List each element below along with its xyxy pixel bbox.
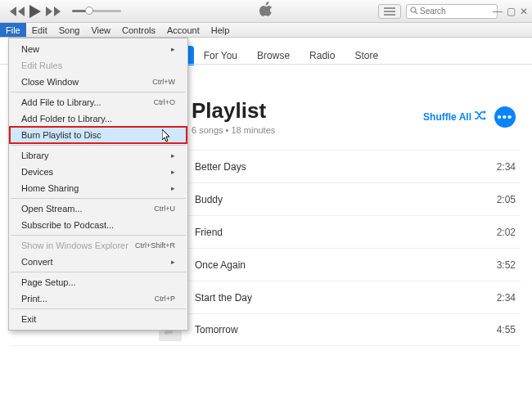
menu-item-exit[interactable]: Exit <box>10 311 187 327</box>
menu-item-subscribe-to-podcast[interactable]: Subscribe to Podcast... <box>10 217 187 233</box>
menu-item-shortcut: Ctrl+O <box>154 98 175 106</box>
menu-item-label: Library <box>21 151 49 160</box>
menu-item-devices[interactable]: Devices▸ <box>10 164 187 180</box>
menu-item-label: Devices <box>21 167 53 177</box>
playback-controls <box>0 5 61 18</box>
cursor-icon <box>162 129 172 145</box>
song-duration: 2:05 <box>480 194 521 205</box>
menu-help[interactable]: Help <box>205 23 236 37</box>
menu-controls[interactable]: Controls <box>116 23 161 37</box>
song-duration: 2:34 <box>480 161 521 173</box>
song-title: Better Days <box>195 161 480 173</box>
menu-item-label: Convert <box>21 257 53 267</box>
shuffle-icon <box>475 110 486 123</box>
minimize-button[interactable]: — <box>493 6 503 17</box>
tab-for-you[interactable]: For You <box>194 46 247 65</box>
menu-item-open-stream[interactable]: Open Stream...Ctrl+U <box>10 200 187 217</box>
maximize-button[interactable]: ▢ <box>506 6 516 17</box>
menu-item-label: Close Window <box>21 77 79 87</box>
playlist-title: Playlist <box>192 98 275 124</box>
menu-item-label: Open Stream... <box>21 204 83 214</box>
menu-item-label: Print... <box>21 294 47 304</box>
menu-item-close-window[interactable]: Close WindowCtrl+W <box>10 74 187 90</box>
menu-item-label: Burn Playlist to Disc <box>21 130 101 140</box>
song-duration: 4:55 <box>480 324 521 335</box>
titlebar: — ▢ ✕ <box>0 0 532 23</box>
svg-point-0 <box>411 7 416 12</box>
menu-item-convert[interactable]: Convert▸ <box>10 254 187 270</box>
menu-item-show-in-windows-explorer: Show in Windows ExplorerCtrl+Shift+R <box>10 237 187 254</box>
window-controls: — ▢ ✕ <box>493 6 529 17</box>
menu-item-label: Show in Windows Explorer <box>21 241 128 250</box>
search-field[interactable] <box>420 7 494 16</box>
volume-slider[interactable] <box>72 10 121 12</box>
menu-song[interactable]: Song <box>53 23 86 37</box>
menu-separator <box>11 145 186 146</box>
menu-item-edit-rules: Edit Rules <box>10 57 187 74</box>
song-duration: 2:34 <box>480 292 521 304</box>
menu-item-label: New <box>21 44 39 54</box>
menu-item-label: Page Setup... <box>21 277 76 287</box>
tab-store[interactable]: Store <box>345 46 388 65</box>
menu-item-new[interactable]: New▸ <box>10 41 187 57</box>
next-track-button[interactable] <box>46 7 61 16</box>
menu-account[interactable]: Account <box>161 23 205 37</box>
ellipsis-icon: ••• <box>498 110 513 124</box>
list-view-button[interactable] <box>378 4 401 19</box>
menu-edit[interactable]: Edit <box>26 23 53 37</box>
svg-line-1 <box>415 11 417 14</box>
menubar: File Edit Song View Controls Account Hel… <box>0 23 532 38</box>
prev-track-button[interactable] <box>10 7 25 16</box>
menu-item-label: Add Folder to Library... <box>21 114 112 124</box>
menu-file[interactable]: File <box>0 23 26 37</box>
shuffle-all-button[interactable]: Shuffle All <box>423 110 486 123</box>
menu-item-label: Home Sharing <box>21 183 79 193</box>
submenu-arrow-icon: ▸ <box>171 258 175 266</box>
song-duration: 2:02 <box>480 227 521 238</box>
menu-item-shortcut: Ctrl+Shift+R <box>135 241 175 250</box>
close-button[interactable]: ✕ <box>519 6 529 17</box>
menu-item-shortcut: Ctrl+U <box>154 205 175 213</box>
submenu-arrow-icon: ▸ <box>171 168 175 176</box>
song-duration: 3:52 <box>480 259 521 271</box>
menu-view[interactable]: View <box>85 23 116 37</box>
menu-item-shortcut: Ctrl+P <box>155 295 175 303</box>
menu-item-label: Exit <box>21 314 36 324</box>
song-title: Buddy <box>195 194 480 205</box>
menu-item-page-setup[interactable]: Page Setup... <box>10 274 187 290</box>
menu-separator <box>11 308 186 309</box>
menu-item-add-folder-to-library[interactable]: Add Folder to Library... <box>10 110 187 127</box>
menu-item-label: Subscribe to Podcast... <box>21 220 114 230</box>
menu-item-add-file-to-library[interactable]: Add File to Library...Ctrl+O <box>10 94 187 110</box>
shuffle-label: Shuffle All <box>423 111 471 123</box>
menu-item-home-sharing[interactable]: Home Sharing▸ <box>10 180 187 196</box>
song-title: Tomorrow <box>195 324 480 335</box>
playlist-subtitle: 6 songs • 18 minutes <box>192 125 275 135</box>
apple-logo-icon <box>259 2 273 20</box>
menu-item-shortcut: Ctrl+W <box>152 78 175 86</box>
song-title: Once Again <box>195 259 480 271</box>
song-title: Start the Day <box>195 292 480 304</box>
menu-item-label: Add File to Library... <box>21 97 101 107</box>
tab-radio[interactable]: Radio <box>300 46 345 65</box>
submenu-arrow-icon: ▸ <box>171 151 175 160</box>
menu-item-burn-playlist-to-disc[interactable]: Burn Playlist to Disc <box>10 127 187 143</box>
file-menu-dropdown: New▸Edit RulesClose WindowCtrl+WAdd File… <box>8 38 188 331</box>
menu-item-label: Edit Rules <box>21 61 62 70</box>
search-icon <box>410 7 418 16</box>
menu-separator <box>11 235 186 236</box>
song-title: Friend <box>195 227 480 238</box>
menu-item-library[interactable]: Library▸ <box>10 147 187 164</box>
search-input[interactable] <box>406 4 498 19</box>
submenu-arrow-icon: ▸ <box>171 184 175 192</box>
more-actions-button[interactable]: ••• <box>494 106 516 128</box>
menu-separator <box>11 272 186 272</box>
submenu-arrow-icon: ▸ <box>171 45 175 53</box>
tab-browse[interactable]: Browse <box>247 46 300 65</box>
menu-item-print[interactable]: Print...Ctrl+P <box>10 290 187 307</box>
menu-separator <box>11 92 186 92</box>
nav-tabs: ary For You Browse Radio Store <box>164 46 388 65</box>
play-button[interactable] <box>29 5 41 18</box>
menu-separator <box>11 198 186 199</box>
